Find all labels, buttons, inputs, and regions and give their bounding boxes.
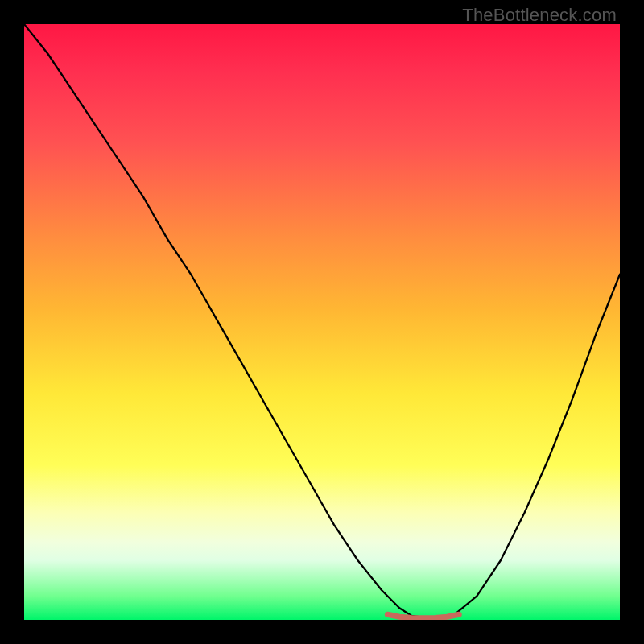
bottleneck-curve	[24, 24, 620, 618]
curve-svg	[24, 24, 620, 620]
watermark-text: TheBottleneck.com	[462, 5, 617, 26]
chart-frame: TheBottleneck.com	[0, 0, 644, 644]
notch-marker	[387, 614, 459, 618]
plot-area	[24, 24, 620, 620]
